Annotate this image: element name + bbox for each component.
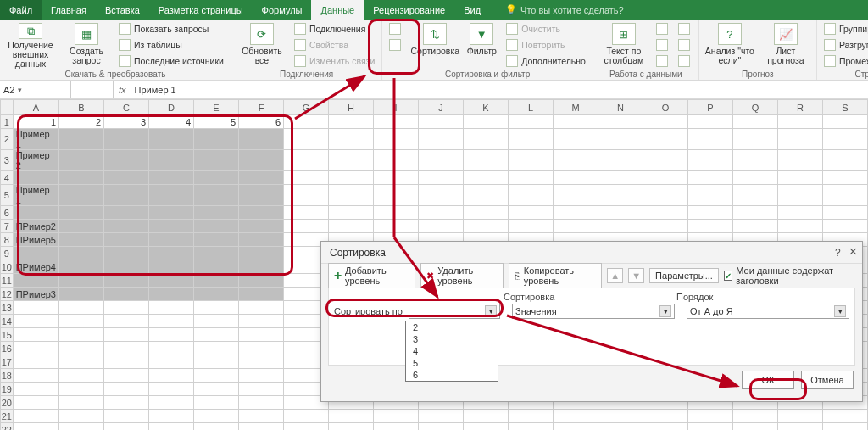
cell[interactable]: [464, 185, 509, 206]
cell[interactable]: [104, 171, 149, 185]
row-header[interactable]: 8: [1, 233, 14, 247]
cell[interactable]: [643, 206, 688, 220]
cell[interactable]: [284, 115, 329, 129]
col-header[interactable]: D: [149, 100, 194, 115]
cell[interactable]: [13, 369, 58, 383]
cell[interactable]: [13, 410, 58, 423]
cell[interactable]: [419, 185, 464, 206]
tab-insert[interactable]: Вставка: [96, 0, 149, 20]
row-header[interactable]: 12: [1, 288, 14, 301]
cell[interactable]: [13, 315, 58, 328]
cell[interactable]: [59, 247, 104, 260]
cell[interactable]: [509, 206, 554, 220]
copy-level-button[interactable]: ⎘Копировать уровень: [509, 263, 602, 288]
text-to-columns-button[interactable]: ⊞Текст по столбцам: [598, 21, 649, 69]
cell[interactable]: [284, 206, 329, 220]
col-header[interactable]: C: [104, 100, 149, 115]
cell[interactable]: [194, 150, 239, 171]
cell[interactable]: [149, 315, 194, 328]
relationships-button[interactable]: [676, 37, 693, 52]
cell[interactable]: [509, 410, 554, 423]
tell-me[interactable]: 💡Что вы хотите сделать?: [490, 0, 624, 20]
cell[interactable]: [149, 150, 194, 171]
cell[interactable]: [104, 328, 149, 342]
cell[interactable]: [329, 115, 374, 129]
get-external-data-button[interactable]: ⧉Получение внешних данных: [5, 21, 56, 69]
cell[interactable]: [59, 206, 104, 220]
cell[interactable]: [823, 220, 868, 233]
cell[interactable]: [59, 150, 104, 171]
cell[interactable]: [59, 171, 104, 185]
cell[interactable]: [554, 115, 598, 129]
edit-links-button[interactable]: Изменить связи: [292, 53, 376, 68]
cell[interactable]: [509, 171, 554, 185]
tab-review[interactable]: Рецензирование: [364, 0, 454, 20]
cell[interactable]: [149, 171, 194, 185]
cell[interactable]: [149, 233, 194, 247]
cell[interactable]: [464, 150, 509, 171]
cell[interactable]: [823, 150, 868, 171]
cell[interactable]: [104, 396, 149, 410]
cell[interactable]: [59, 355, 104, 369]
cell[interactable]: [643, 423, 688, 431]
headers-checkbox[interactable]: ✔Мои данные содержат заголовки: [724, 265, 855, 286]
cell[interactable]: [149, 383, 194, 396]
row-header[interactable]: 21: [1, 410, 14, 423]
cell[interactable]: [104, 247, 149, 260]
cell[interactable]: [374, 171, 419, 185]
cell[interactable]: [284, 171, 329, 185]
cell[interactable]: [194, 396, 239, 410]
cell[interactable]: [104, 301, 149, 315]
cell[interactable]: [733, 220, 778, 233]
cell[interactable]: [239, 260, 284, 274]
properties-button[interactable]: Свойства: [292, 37, 376, 52]
dropdown-option[interactable]: 3: [406, 333, 498, 345]
cell[interactable]: [733, 185, 778, 206]
cell[interactable]: [643, 220, 688, 233]
cell[interactable]: [104, 233, 149, 247]
cell[interactable]: [688, 171, 733, 185]
cell[interactable]: [329, 410, 374, 423]
from-table-button[interactable]: Из таблицы: [117, 37, 225, 52]
cell[interactable]: [464, 129, 509, 150]
cell[interactable]: [823, 185, 868, 206]
cell[interactable]: [13, 383, 58, 396]
cell[interactable]: [194, 247, 239, 260]
cell[interactable]: [778, 206, 823, 220]
cell[interactable]: [194, 315, 239, 328]
cell[interactable]: [59, 342, 104, 355]
cell[interactable]: [688, 115, 733, 129]
col-header[interactable]: F: [239, 100, 284, 115]
cell[interactable]: [239, 206, 284, 220]
cell[interactable]: [239, 355, 284, 369]
cell[interactable]: [733, 206, 778, 220]
cell[interactable]: [733, 150, 778, 171]
cell[interactable]: [13, 247, 58, 260]
cell[interactable]: [554, 220, 598, 233]
cell[interactable]: [13, 328, 58, 342]
col-header[interactable]: M: [554, 100, 598, 115]
cell[interactable]: [194, 423, 239, 431]
cell[interactable]: [598, 410, 643, 423]
cell[interactable]: [823, 423, 868, 431]
cell[interactable]: [464, 171, 509, 185]
cell[interactable]: [733, 410, 778, 423]
cell[interactable]: [374, 115, 419, 129]
cell[interactable]: [59, 383, 104, 396]
cell[interactable]: [374, 220, 419, 233]
cell[interactable]: [104, 410, 149, 423]
cell[interactable]: [104, 185, 149, 206]
cell[interactable]: [59, 328, 104, 342]
cell[interactable]: [104, 274, 149, 288]
cell[interactable]: [59, 129, 104, 150]
cell[interactable]: [194, 342, 239, 355]
cell[interactable]: [598, 115, 643, 129]
cell[interactable]: [239, 171, 284, 185]
cell[interactable]: [104, 315, 149, 328]
cell[interactable]: [104, 369, 149, 383]
cell[interactable]: [643, 115, 688, 129]
cell[interactable]: [643, 410, 688, 423]
cell[interactable]: [284, 410, 329, 423]
cell[interactable]: [59, 260, 104, 274]
sort-on-combo[interactable]: Значения▾: [512, 304, 675, 319]
